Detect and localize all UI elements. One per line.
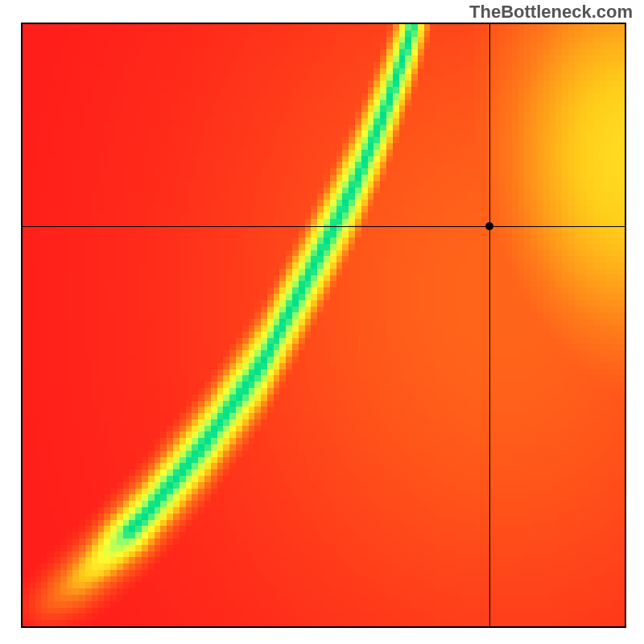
heatmap-canvas: [23, 24, 625, 626]
plot-area: [21, 23, 626, 628]
chart-container: TheBottleneck.com: [0, 0, 644, 644]
crosshair-horizontal: [23, 226, 625, 227]
watermark-text: TheBottleneck.com: [469, 2, 633, 23]
marker-dot: [485, 222, 493, 230]
crosshair-vertical: [489, 24, 490, 626]
